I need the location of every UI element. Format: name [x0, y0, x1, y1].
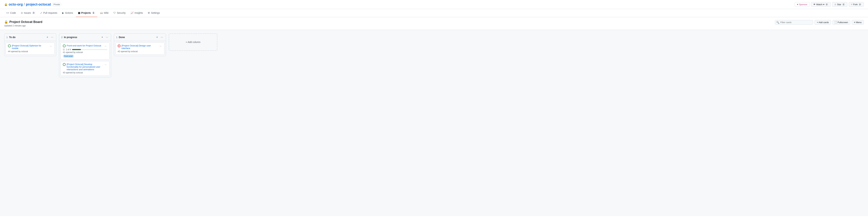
card-2-menu-button[interactable]: ···	[104, 44, 107, 48]
board-lock-icon: 🔒	[4, 20, 8, 24]
card-2-progress-bar-wrap	[72, 49, 107, 50]
sponsor-button[interactable]: ♥ Sponsor	[795, 2, 810, 7]
column-todo-add-button[interactable]: +	[46, 35, 49, 39]
card-2: Front-end work for Project Octocat ··· ☑…	[61, 43, 110, 60]
top-actions: ♥ Sponsor 👁 Watch ▾ 0 ☆ Star 0 ⑂ Fork 0	[795, 2, 864, 7]
filter-input[interactable]	[775, 20, 813, 25]
column-done-add-button[interactable]: +	[156, 35, 158, 39]
column-done-header: 1 Done + ···	[114, 33, 166, 41]
column-todo-title: To do	[9, 36, 44, 38]
eye-icon: 👁	[813, 3, 815, 6]
pr-icon: ⤤	[40, 11, 42, 14]
column-todo: 1 To do + ··· [Project Octocat] Optimize…	[4, 33, 56, 56]
card-3-title-link[interactable]: [Project Octocat] Develop functionality …	[63, 63, 102, 71]
column-todo-count: 1	[6, 36, 8, 38]
tab-wiki[interactable]: 📖 Wiki	[98, 9, 111, 17]
card-1-title-link[interactable]: [Project Octocat] Optimize for mobile	[8, 44, 48, 50]
column-in-progress-count: 2	[61, 36, 62, 38]
column-done-cards: [Project Octocat] Design user interface …	[114, 41, 166, 56]
tab-pull-requests[interactable]: ⤤ Pull requests	[38, 9, 59, 17]
card-4-meta: #2 opened by octocat	[118, 50, 162, 53]
card-4-header-row: [Project Octocat] Design user interface …	[118, 44, 162, 50]
card-1-status-icon	[8, 45, 11, 47]
column-todo-menu-button[interactable]: ···	[50, 35, 54, 39]
column-todo-cards: [Project Octocat] Optimize for mobile ··…	[4, 41, 56, 56]
column-in-progress-title: In progress	[64, 36, 99, 38]
menu-button[interactable]: ≡ Menu	[852, 20, 864, 25]
tab-projects[interactable]: ▦ Projects 1	[76, 9, 97, 17]
checklist-icon: ☑	[63, 48, 65, 51]
card-3-title: [Project Octocat] Develop functionality …	[67, 63, 102, 71]
column-in-progress-header: 2 In progress + ···	[59, 33, 111, 41]
card-4: [Project Octocat] Design user interface …	[116, 43, 164, 55]
board-updated: Updated 2 minutes ago	[4, 25, 42, 27]
card-2-label: front-end	[63, 54, 107, 58]
tab-code[interactable]: <> Code	[4, 9, 18, 17]
project-board: 1 To do + ··· [Project Octocat] Optimize…	[0, 30, 868, 216]
fork-icon: ⑂	[851, 3, 852, 6]
repo-link[interactable]: project-octocat	[26, 2, 51, 6]
watch-chevron-icon: ▾	[823, 3, 825, 6]
column-done: 1 Done + ··· [Project Octocat] Design us…	[114, 33, 166, 56]
issues-badge: 3	[32, 12, 35, 14]
org-link[interactable]: octo-org	[9, 2, 23, 6]
add-cards-button[interactable]: + Add cards	[814, 20, 831, 25]
card-2-header-row: Front-end work for Project Octocat ···	[63, 44, 107, 48]
issue-icon: ⊙	[21, 11, 23, 14]
visibility-badge: Private	[52, 3, 61, 6]
card-2-status-icon	[63, 45, 66, 47]
column-in-progress-menu-button[interactable]: ···	[105, 35, 109, 39]
fullscreen-icon: ⛶	[835, 21, 837, 24]
column-done-menu-button[interactable]: ···	[160, 35, 164, 39]
card-3-header-row: [Project Octocat] Develop functionality …	[63, 63, 107, 71]
card-1-menu-button[interactable]: ···	[49, 44, 53, 48]
star-button[interactable]: ☆ Star 0	[832, 2, 847, 7]
heart-icon: ♥	[797, 3, 798, 6]
star-icon: ☆	[834, 3, 836, 6]
column-in-progress: 2 In progress + ··· Front-end work for P…	[59, 33, 111, 77]
card-4-title-link[interactable]: [Project Octocat] Design user interface	[118, 44, 157, 50]
lock-icon: 🔒	[4, 3, 8, 6]
column-done-count: 1	[116, 36, 117, 38]
board-title-area: 🔒 Project Octocat Board Updated 2 minute…	[4, 20, 42, 27]
card-1: [Project Octocat] Optimize for mobile ··…	[6, 43, 55, 55]
fullscreen-button[interactable]: ⛶ Fullscreen	[832, 20, 850, 25]
column-done-title: Done	[119, 36, 154, 38]
tab-settings[interactable]: ⚙ Settings	[146, 9, 162, 17]
menu-icon: ≡	[854, 21, 855, 24]
tab-actions[interactable]: ▶ Actions	[60, 9, 75, 17]
fork-button[interactable]: ⑂ Fork 0	[849, 2, 864, 7]
nav-tabs: <> Code ⊙ Issues 3 ⤤ Pull requests ▶ Act…	[0, 9, 868, 17]
card-1-title: [Project Octocat] Optimize for mobile	[12, 44, 48, 50]
code-icon: <>	[6, 11, 9, 14]
column-todo-header: 1 To do + ···	[4, 33, 56, 41]
tab-issues[interactable]: ⊙ Issues 3	[19, 9, 37, 17]
board-header: 🔒 Project Octocat Board Updated 2 minute…	[0, 17, 868, 30]
search-icon: 🔍	[776, 21, 779, 24]
projects-badge: 1	[92, 12, 95, 14]
card-4-title: [Project Octocat] Design user interface	[122, 44, 157, 50]
card-2-meta: #1 opened by octocat	[63, 51, 107, 54]
column-in-progress-add-button[interactable]: +	[101, 35, 104, 39]
repo-title: 🔒 octo-org / project-octocat Private	[4, 2, 61, 6]
card-4-status-icon	[118, 45, 121, 47]
insights-icon: 📈	[130, 11, 133, 14]
card-2-title-link[interactable]: Front-end work for Project Octocat	[63, 44, 102, 47]
tab-security[interactable]: 🛡 Security	[111, 9, 128, 17]
filter-input-wrap: 🔍	[775, 20, 813, 25]
wiki-icon: 📖	[100, 11, 103, 14]
tab-insights[interactable]: 📈 Insights	[128, 9, 145, 17]
watch-button[interactable]: 👁 Watch ▾ 0	[811, 2, 831, 7]
card-2-title: Front-end work for Project Octocat	[67, 44, 101, 47]
shield-icon: 🛡	[113, 11, 116, 14]
add-column-box[interactable]: + Add column	[169, 33, 217, 51]
actions-icon: ▶	[62, 11, 64, 14]
top-bar: 🔒 octo-org / project-octocat Private ♥ S…	[0, 0, 868, 9]
card-2-progress-bar-fill	[72, 49, 81, 50]
add-column-label: + Add column	[186, 41, 200, 44]
card-4-menu-button[interactable]: ···	[159, 44, 162, 48]
card-1-meta: #4 opened by octocat	[8, 50, 53, 53]
card-3-menu-button[interactable]: ···	[104, 63, 107, 66]
card-2-label-badge: front-end	[63, 55, 74, 58]
board-title: 🔒 Project Octocat Board	[4, 20, 42, 24]
